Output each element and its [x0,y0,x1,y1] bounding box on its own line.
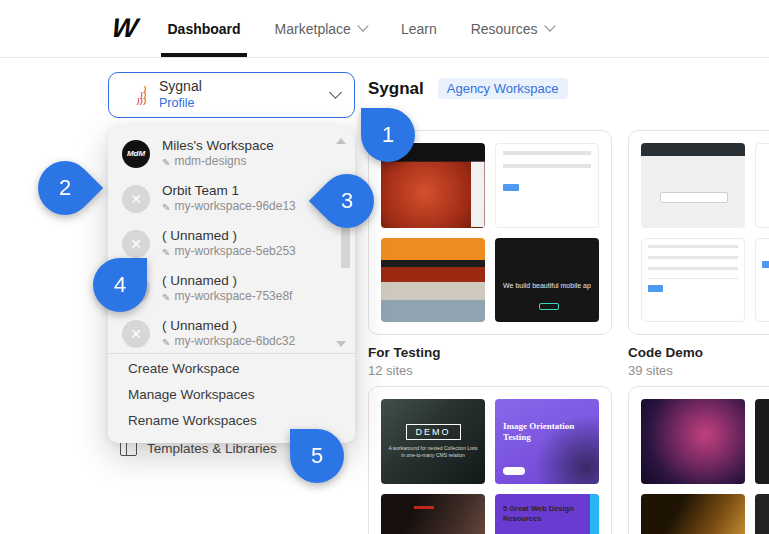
folder-site-count: 12 sites [368,363,612,378]
folder-site-count: 39 sites [628,363,769,378]
chevron-down-icon [329,86,342,99]
workspace-name: ( Unnamed ) [162,227,296,245]
main-nav: Dashboard Marketplace Learn Resources [167,0,587,57]
site-folder-grid: We build beautiful mobile ap For Testing… [368,130,769,534]
thumbnail-caption: 5 Great Web Design Resources [503,504,576,524]
scroll-down-arrow[interactable] [336,341,346,347]
workspace-list: MdM Miles's Workspace ✎ mdm-designs ✕ Or… [108,131,355,352]
selected-workspace-profile-link[interactable]: Profile [159,96,202,112]
site-thumbnail-docs-landing[interactable] [641,143,745,228]
dashboard-screen: W Dashboard Marketplace Learn Resources … [0,0,769,534]
callout-marker-5: 5 [290,429,344,483]
pencil-icon: ✎ [162,336,170,349]
folder-thumbnails[interactable]: DEMO A workaround for nested Collection … [368,386,612,534]
workspace-row-unnamed-3[interactable]: ✕ ( Unnamed ) ✎ my-workspace-6bdc32 [108,311,355,352]
callout-marker-3: 3 [320,174,374,228]
callout-number: 1 [361,108,415,162]
thumbnail-caption: DEMO [406,424,461,440]
pencil-icon: ✎ [162,201,170,214]
site-thumbnail-web-design-resources[interactable]: 5 Great Web Design Resources [495,494,599,534]
workspace-avatar: ✕ [122,230,150,258]
callout-number: 4 [93,258,147,312]
chevron-down-icon [544,20,555,31]
workspace-name: ( Unnamed ) [162,272,292,290]
site-thumbnail-fashion-dark[interactable] [381,494,485,534]
templates-libraries-label: Templates & Libraries [147,441,277,456]
folder-name[interactable]: For Testing [368,345,612,360]
callout-marker-4: 4 [93,258,147,312]
workspace-name: ( Unnamed ) [162,317,295,335]
webflow-logo-icon[interactable]: W [110,13,138,44]
site-thumbnail-mobile-apps[interactable]: We build beautiful mobile ap [495,238,599,323]
callout-number: 2 [38,161,92,215]
site-thumbnail-car-service[interactable] [381,238,485,323]
site-thumbnail-form[interactable] [641,238,745,323]
pencil-icon: ✎ [162,291,170,304]
page-title: Sygnal [368,79,424,99]
nav-resources-label: Resources [471,21,538,37]
folder-thumbnails[interactable] [628,386,769,534]
callout-number: 3 [320,174,374,228]
folder-card-code-demo: Code Demo 39 sites [628,130,769,378]
nav-learn-label: Learn [401,21,437,37]
site-thumbnail-nebula[interactable] [641,399,745,484]
menu-divider [108,353,355,354]
pencil-icon: ✎ [162,246,170,259]
thumbnail-caption: Image Orientation Testing [503,421,581,444]
nav-resources[interactable]: Resources [471,0,554,57]
site-thumbnail-image-orientation[interactable]: Image Orientation Testing [495,399,599,484]
sidebar-item-templates-libraries[interactable]: Templates & Libraries [120,441,277,456]
workspace-avatar: ✕ [122,320,150,348]
scrollbar-thumb[interactable] [341,228,350,268]
folder-thumbnails[interactable] [628,130,769,335]
templates-libraries-icon [120,441,137,456]
workspace-slug: ✎ my-workspace-5eb253 [162,244,296,260]
workspace-slug: ✎ my-workspace-753e8f [162,289,292,305]
nav-marketplace[interactable]: Marketplace [275,0,367,57]
chevron-down-icon [357,20,368,31]
site-thumbnail-blank[interactable] [755,143,769,228]
thumbnail-caption: We build beautiful mobile ap [499,281,595,290]
workspace-avatar: MdM [122,140,150,168]
workspace-header: Sygnal Agency Workspace [368,78,568,99]
workspace-switcher-trigger[interactable]: ) )) ))) Sygnal Profile [108,72,355,118]
site-thumbnail-dark-2[interactable] [755,494,769,534]
workspace-slug: ✎ mdm-designs [162,154,274,170]
agency-workspace-badge: Agency Workspace [438,78,568,99]
nav-marketplace-label: Marketplace [275,21,351,37]
workspace-row-miles[interactable]: MdM Miles's Workspace ✎ mdm-designs [108,131,355,176]
selected-workspace-name: Sygnal [159,78,202,96]
top-navbar: W Dashboard Marketplace Learn Resources [0,0,769,58]
site-thumbnail-form-page[interactable] [495,143,599,228]
nav-dashboard-label: Dashboard [167,21,240,37]
sygnal-logo-icon: ) )) ))) [123,86,147,104]
scroll-up-arrow[interactable] [336,138,346,144]
workspace-name: Orbit Team 1 [162,182,296,200]
callout-marker-1: 1 [361,108,415,162]
nav-learn[interactable]: Learn [401,0,437,57]
create-workspace-item[interactable]: Create Workspace [108,355,355,381]
workspace-slug: ✎ my-workspace-96de13 [162,199,296,215]
site-thumbnail-button-page[interactable] [755,238,769,323]
site-thumbnail-golden[interactable] [641,494,745,534]
workspace-avatar: ✕ [122,185,150,213]
callout-marker-2: 2 [38,161,92,215]
pencil-icon: ✎ [162,156,170,169]
workspace-slug: ✎ my-workspace-6bdc32 [162,334,295,350]
site-thumbnail-demo-waterfall[interactable]: DEMO A workaround for nested Collection … [381,399,485,484]
callout-number: 5 [290,429,344,483]
folder-card-for-testing: We build beautiful mobile ap For Testing… [368,130,612,378]
folder-name[interactable]: Code Demo [628,345,769,360]
workspace-name: Miles's Workspace [162,137,274,155]
workspace-switcher-text: Sygnal Profile [159,78,202,111]
workspace-actions: Create Workspace Manage Workspaces Renam… [108,355,355,433]
folder-card-third: DEMO A workaround for nested Collection … [368,386,612,534]
nav-dashboard[interactable]: Dashboard [167,0,240,57]
folder-card-fourth [628,386,769,534]
thumbnail-subcaption: A workaround for nested Collection Lists… [381,445,485,459]
manage-workspaces-item[interactable]: Manage Workspaces [108,381,355,407]
site-thumbnail-dark[interactable] [755,399,769,484]
